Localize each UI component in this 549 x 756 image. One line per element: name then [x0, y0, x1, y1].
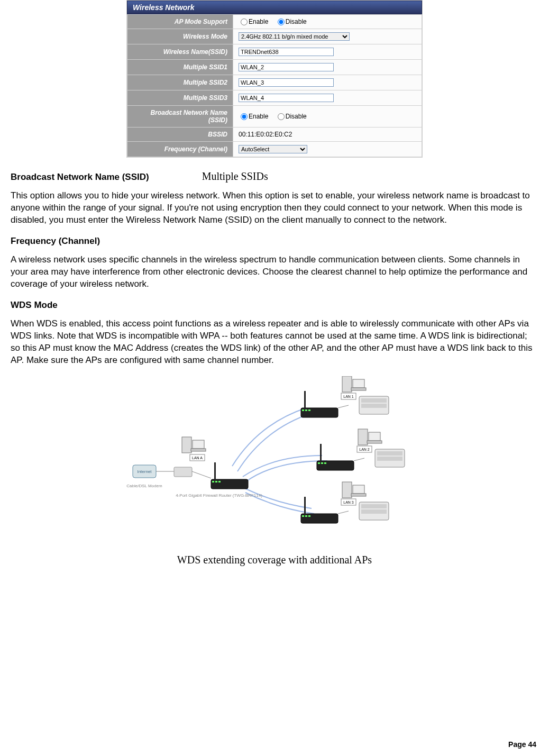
table-row: Wireless Name(SSID)	[127, 44, 422, 60]
settings-table: AP Mode Support Enable Disable Wireless …	[127, 14, 422, 157]
frequency-paragraph: A wireless network uses specific channel…	[11, 254, 538, 290]
ssid-label: Wireless Name(SSID)	[127, 44, 233, 60]
svg-line-20	[338, 511, 349, 514]
svg-line-18	[354, 458, 364, 461]
wds-diagram-svg: Internet Cable/DSL Modem LAN A 4-Port Gi…	[126, 376, 423, 551]
multiple-ssids-heading: Multiple SSIDs	[202, 170, 268, 183]
broadcast-heading: Broadcast Network Name (SSID)	[11, 172, 149, 183]
ssid-input[interactable]	[239, 48, 334, 56]
page-word: Page	[508, 740, 526, 749]
wireless-network-panel: Wireless Network AP Mode Support Enable …	[126, 0, 423, 158]
wireless-mode-select[interactable]: 2.4GHz 802.11 b/g/n mixed mode	[239, 32, 350, 41]
wireless-mode-value: 2.4GHz 802.11 b/g/n mixed mode	[233, 29, 422, 44]
broadcast-value: Enable Disable	[233, 106, 422, 127]
frequency-label: Frequency (Channel)	[127, 142, 233, 157]
ap-mode-disable-label: Disable	[286, 18, 307, 25]
router-label: 4-Port Gigabit Firewall Router (TWG-BRF1…	[176, 493, 262, 498]
heading-row: Broadcast Network Name (SSID) Multiple S…	[11, 170, 538, 183]
table-row: AP Mode Support Enable Disable	[127, 15, 422, 29]
mssid2-label: Multiple SSID2	[127, 75, 233, 90]
wds-diagram: Internet Cable/DSL Modem LAN A 4-Port Gi…	[126, 376, 423, 566]
broadcast-disable-radio[interactable]	[278, 113, 285, 120]
lan1-label: LAN 1	[343, 395, 354, 398]
svg-line-16	[338, 405, 349, 408]
modem-label: Cable/DSL Modem	[126, 484, 162, 488]
frequency-heading: Frequency (Channel)	[11, 236, 538, 247]
internet-label: Internet	[137, 469, 152, 474]
mssid3-label: Multiple SSID3	[127, 90, 233, 106]
table-row: Multiple SSID3	[127, 90, 422, 106]
broadcast-enable-radio[interactable]	[241, 113, 248, 120]
table-row: Wireless Mode 2.4GHz 802.11 b/g/n mixed …	[127, 29, 422, 44]
svg-line-15	[192, 471, 211, 478]
bssid-value: 00:11:E0:02:E0:C2	[233, 127, 422, 142]
ap-mode-value: Enable Disable	[233, 15, 422, 29]
panel-title: Wireless Network	[127, 1, 422, 14]
lan3-label: LAN 3	[343, 500, 354, 504]
lan2-label: LAN 2	[359, 448, 370, 451]
bssid-label: BSSID	[127, 127, 233, 142]
mssid1-input[interactable]	[239, 63, 334, 71]
wds-heading: WDS Mode	[11, 300, 538, 311]
mssid3-input[interactable]	[239, 94, 334, 102]
broadcast-paragraph: This option allows you to hide your wire…	[11, 190, 538, 226]
table-row: Multiple SSID2	[127, 75, 422, 90]
mssid2-input[interactable]	[239, 78, 334, 87]
svg-rect-13	[174, 467, 192, 477]
ap-mode-enable-label: Enable	[249, 18, 268, 25]
wds-paragraph: When WDS is enabled, this access point f…	[11, 318, 538, 367]
wireless-mode-label: Wireless Mode	[127, 29, 233, 44]
table-row: BSSID 00:11:E0:02:E0:C2	[127, 127, 422, 142]
page-number: Page 44	[508, 740, 536, 749]
frequency-select[interactable]: AutoSelect	[239, 145, 307, 153]
broadcast-enable-label: Enable	[249, 113, 268, 120]
ap-mode-enable-radio[interactable]	[241, 19, 248, 25]
lan-a-label: LAN A	[192, 456, 203, 460]
diagram-caption: WDS extending coverage with additional A…	[126, 554, 423, 566]
mssid1-label: Multiple SSID1	[127, 60, 233, 75]
broadcast-disable-label: Disable	[286, 113, 307, 120]
ap-mode-disable-radio[interactable]	[278, 19, 285, 25]
table-row: Multiple SSID1	[127, 60, 422, 75]
table-row: Frequency (Channel) AutoSelect	[127, 142, 422, 157]
ap-mode-label: AP Mode Support	[127, 15, 233, 29]
table-row: Broadcast Network Name (SSID) Enable Dis…	[127, 106, 422, 127]
broadcast-label: Broadcast Network Name (SSID)	[127, 106, 233, 127]
page-num-value: 44	[528, 740, 536, 749]
